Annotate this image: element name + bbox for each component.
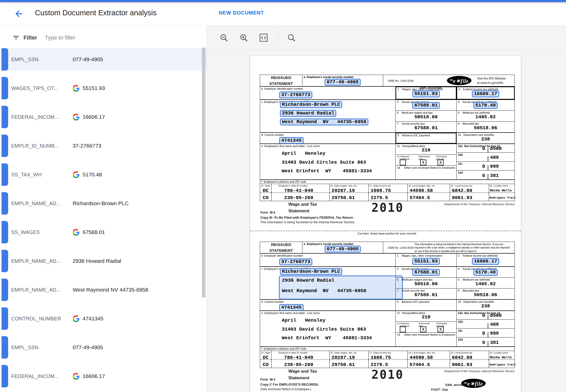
box-14-other-cell: 14 Other (see enclosed Notice to Employe… — [395, 165, 457, 180]
box-7-ss-tips-cell: 7 Social security tips 67588.01 — [395, 288, 457, 299]
extracted-field-row[interactable]: SS_WAGES 67588.01 — [0, 221, 207, 250]
control-number-highlight[interactable]: 4741345 — [279, 137, 304, 144]
field-value: 16606.17 — [83, 114, 105, 120]
control-number-highlight[interactable]: 4741345 — [279, 304, 304, 311]
extracted-field-row[interactable]: CONTROL_NUMBER 4741345 — [0, 307, 207, 336]
employer-name-highlight[interactable]: Richardson-Brown PLC — [280, 101, 342, 108]
zoom-in-button[interactable] — [238, 32, 250, 44]
employee-name: April Hensley — [282, 318, 325, 323]
google-icon — [73, 229, 80, 236]
form-w2-label: Form W-2 — [260, 211, 275, 214]
retirement-plan-checkbox[interactable]: X — [420, 326, 426, 332]
search-button[interactable] — [286, 32, 297, 44]
extracted-field-row[interactable]: EMPLR_NAME_AD... 2936 Howard Radial — [0, 250, 207, 279]
ssn-highlight[interactable]: 077-49-4905 — [325, 79, 361, 86]
field-value: 2936 Howard Radial — [73, 258, 121, 264]
field-value: 4741345 — [83, 316, 104, 322]
ssn-highlight[interactable]: 077-49-4905 — [325, 246, 361, 253]
employer-address-block-highlight[interactable]: 2936 Howard Radial West Raymond NV 44735… — [279, 276, 403, 299]
extracted-field-row[interactable]: SS_TAX_WH 5170.48 — [0, 163, 207, 192]
field-value-group: Richardson-Brown PLC — [73, 192, 128, 215]
extracted-field-row[interactable]: WAGES_TIPS_OT... 55151.93 — [0, 77, 207, 106]
extracted-field-row[interactable]: EMPLR_NAME_AD... West Raymond NV 44735-6… — [0, 279, 207, 307]
ss-tax-highlight[interactable]: 5170.48 — [473, 269, 498, 276]
wages-highlight[interactable]: 55151.93 — [412, 258, 440, 265]
box-13-checkboxes-cell: 13 Statutoryemployee Retirementplan Thir… — [395, 321, 457, 333]
employer-addr2-highlight[interactable]: West Raymond NV 44735-6958 — [280, 119, 368, 125]
ss-wages-highlight[interactable]: 67588.01 — [412, 102, 440, 109]
box-2-federal-tax-cell: 2 Federal income tax withheld 16606.17 — [456, 86, 515, 100]
box-12d-cell: 12d G 381 — [456, 170, 515, 180]
box-a-ssn-cell: a Employee's social security number 077-… — [302, 242, 383, 253]
ein-highlight[interactable]: 37-2766773 — [279, 258, 312, 265]
third-party-sick-pay-checkbox[interactable]: X — [438, 326, 444, 332]
employee-addr2: West Erinfort WY 45881-3334 — [282, 335, 372, 341]
state-col-employer-id: Employer's state ID number 786-41-049 23… — [271, 184, 330, 201]
box-5-medicare-wages-cell: 5 Medicare wages and tips 50518.06 — [395, 277, 457, 289]
ein-highlight[interactable]: 37-2766773 — [279, 92, 312, 98]
box-3-ss-wages-cell: 3 Social security wages 67588.01 — [395, 100, 457, 111]
federal-tax-highlight[interactable]: 16606.17 — [472, 258, 499, 265]
employer-name-highlight[interactable]: Richardson-Brown PLC — [280, 268, 342, 275]
extracted-field-row[interactable]: EMPLR_ID_NUMB... 37-2766773 — [0, 135, 207, 163]
google-icon — [73, 373, 80, 380]
extracted-field-list: EMPL_SSN 077-49-4905 — [0, 48, 207, 392]
box-9-advance-eic-cell: 9 Advance EIC payment — [395, 299, 457, 311]
box-5-medicare-wages-cell: 5 Medicare wages and tips 50518.06 — [395, 110, 457, 122]
field-value-group: 55151.93 — [73, 77, 105, 99]
box-12a-cell: 12a See instructions for box 12 G 8500 — [456, 144, 515, 153]
box-c-employer-cell: c Employer's name, address, and ZIP code… — [260, 100, 396, 133]
extracted-field-row[interactable]: FEDERAL_INCOM... 16606.17 — [0, 106, 207, 135]
field-accent-bar — [2, 163, 8, 186]
extracted-field-row[interactable]: EMPLR_NAME_AD... Richardson-Brown PLC — [0, 192, 207, 221]
box-10-dependent-care-cell: 10 Dependent care benefits 238 — [456, 299, 515, 311]
w2-document-page: REISSUEDSTATEMENT a Employee's social se… — [250, 56, 521, 392]
back-arrow-icon — [14, 9, 24, 19]
employee-addr1: 31403 David Circles Suite 863 — [282, 326, 366, 332]
field-name: EMPLR_NAME_AD... — [11, 192, 71, 215]
back-button[interactable] — [14, 9, 24, 19]
zoom-out-button[interactable] — [218, 32, 230, 44]
viewer-canvas[interactable]: REISSUEDSTATEMENT a Employee's social se… — [207, 50, 566, 392]
box-9-advance-eic-cell: 9 Advance EIC payment — [395, 133, 457, 144]
third-party-sick-pay-checkbox[interactable]: X — [438, 160, 444, 165]
statutory-employee-checkbox[interactable] — [400, 326, 406, 332]
efile-logo: IRSe✶file — [461, 379, 486, 388]
code-view-button[interactable] — [258, 32, 269, 44]
field-value-group: 67588.01 — [73, 221, 105, 243]
field-value: 55151.93 — [83, 85, 105, 91]
reissued-cell: REISSUEDSTATEMENT — [260, 75, 302, 86]
box-8-allocated-tips-cell: 8 Allocated tips 50518.06 — [456, 121, 515, 133]
ss-tax-highlight[interactable]: 5170.48 — [473, 102, 498, 109]
box-2-federal-tax-cell: 2 Federal income tax withheld 16606.17 — [456, 253, 515, 267]
google-icon — [73, 315, 80, 322]
w2-form-footer: Form W-2 Wage and Tax Statement 2010 Dep… — [260, 201, 515, 225]
retirement-plan-checkbox[interactable]: X — [420, 160, 426, 165]
statutory-employee-checkbox[interactable] — [400, 160, 406, 165]
copy-note: This information is being furnished to t… — [260, 220, 355, 224]
extracted-field-row[interactable]: EMPL_SSN 077-49-4905 — [0, 336, 207, 365]
cut-here-dashed-line — [250, 231, 521, 231]
state-col-18: 18 Local wages, tips, etc. 44590.58 5746… — [407, 351, 450, 368]
box-b-ein-cell: b Employer identification number 37-2766… — [260, 253, 396, 267]
field-name: EMPL_SSN — [11, 336, 71, 359]
extracted-field-row[interactable]: EMPL_SSN 077-49-4905 — [0, 48, 207, 77]
google-icon — [73, 85, 80, 92]
panel-scrollbar-thumb[interactable] — [202, 48, 205, 297]
employer-addr1-highlight[interactable]: 2936 Howard Radial — [280, 110, 336, 117]
extracted-field-row[interactable]: FEDERAL_INCOM... 16606.17 — [0, 365, 207, 392]
filter-input[interactable] — [44, 34, 152, 41]
ss-wages-highlight[interactable]: 67588.01 — [412, 269, 440, 276]
box-c-employer-cell: c Employer's name, address, and ZIP code… — [260, 267, 396, 299]
w2-form-copy: REISSUEDSTATEMENT a Employee's social se… — [250, 56, 521, 242]
field-value: 5170.48 — [83, 172, 102, 178]
w2-form-footer: Form W-2 Wage and Tax Statement 2010 Dep… — [260, 368, 515, 391]
field-value: West Raymond NV 44735-6958 — [73, 287, 148, 293]
wages-highlight[interactable]: 55151.93 — [412, 90, 440, 97]
w2-form-table: REISSUEDSTATEMENT a Employee's social se… — [260, 75, 515, 201]
form-w2-label: Form W-2 — [260, 378, 275, 381]
federal-tax-highlight[interactable]: 16606.17 — [472, 90, 499, 97]
employee-addr2: West Erinfort WY 45881-3334 — [282, 168, 372, 174]
field-value-group: 16606.17 — [73, 365, 105, 387]
new-document-button[interactable]: NEW DOCUMENT — [219, 10, 264, 16]
